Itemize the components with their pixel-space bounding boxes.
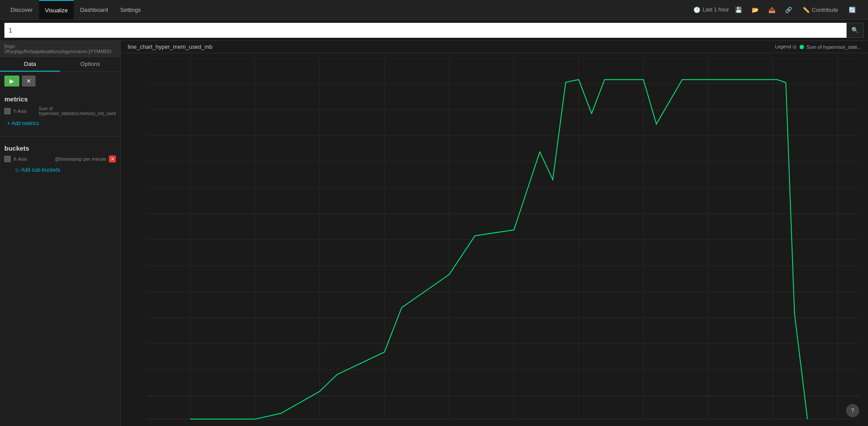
svg-text:02:10: 02:10 <box>310 423 329 423</box>
chart-container: 65,000 60,000 55,000 50,000 45,000 40,00… <box>121 53 868 426</box>
run-button[interactable]: ▶ <box>4 76 19 87</box>
top-navigation: Discover Visualize Dashboard Settings 🕐 … <box>0 0 868 20</box>
tab-options[interactable]: Options <box>60 57 120 72</box>
nav-right-area: 🕐 Last 1 hour 💾 📂 📤 🔗 ✏️ Contribute 🔄 <box>693 5 864 15</box>
metrics-title: metrics <box>4 95 116 103</box>
nav-visualize[interactable]: Visualize <box>39 0 74 19</box>
svg-text:02:43: 02:43 <box>737 423 757 423</box>
chart-title: line_chart_hyper_mem_used_mb <box>128 43 212 50</box>
y-axis-type-label: Y-Axis <box>13 108 36 114</box>
divider <box>0 136 120 137</box>
nav-dashboard[interactable]: Dashboard <box>74 0 114 19</box>
main-layout: [logz-zfhyqdgufhcbpgwbxabkzozbgymivaom-]… <box>0 41 868 426</box>
x-axis-color <box>4 156 11 162</box>
search-row: 1 🔍 <box>0 20 868 41</box>
y-axis-row: Y-Axis Sum of hypervisor_statistics.memo… <box>4 106 116 116</box>
open-button[interactable]: 📂 <box>748 5 762 15</box>
x-axis-type-label: X-Axis <box>13 156 27 162</box>
clock-icon: 🕐 <box>693 7 700 13</box>
chart-line <box>190 79 807 419</box>
time-range-label: Last 1 hour <box>703 7 729 13</box>
buckets-section: buckets X-Axis @timestamp per minute ✕ ▷… <box>0 140 120 179</box>
clear-button[interactable]: ✕ <box>22 76 36 87</box>
toolbar-row: ▶ ✕ <box>0 72 120 91</box>
legend-title: Legend ◎ <box>775 44 797 50</box>
chart-header: line_chart_hyper_mem_used_mb Legend ◎ Su… <box>121 41 868 53</box>
time-range-display[interactable]: 🕐 Last 1 hour <box>693 7 729 13</box>
nav-settings[interactable]: Settings <box>114 0 147 19</box>
svg-text:02:50: 02:50 <box>776 423 796 423</box>
x-axis-labels: 02:00 02:05 02:10 02:15 02:20 02:25 02:3… <box>180 423 847 423</box>
y-axis-color <box>4 108 11 114</box>
clear-icon: ✕ <box>26 78 31 84</box>
tab-data[interactable]: Data <box>0 57 60 72</box>
search-button[interactable]: 🔍 <box>846 23 864 38</box>
x-axis-row: X-Axis @timestamp per minute ✕ <box>4 155 116 162</box>
share-button[interactable]: 📤 <box>765 5 779 15</box>
svg-text:02:35: 02:35 <box>634 423 653 423</box>
svg-text:02:40: 02:40 <box>699 423 718 423</box>
chart-svg: 65,000 60,000 55,000 50,000 45,000 40,00… <box>147 58 859 423</box>
help-button[interactable]: ? <box>846 404 859 417</box>
svg-text:02:15: 02:15 <box>375 423 394 423</box>
search-icon: 🔍 <box>851 27 859 33</box>
run-icon: ▶ <box>10 78 14 84</box>
grid-lines <box>147 58 859 419</box>
link-button[interactable]: 🔗 <box>782 5 796 15</box>
legend-series-label: Sum of hypervisor_stati... <box>807 44 861 50</box>
save-button[interactable]: 💾 <box>732 5 746 15</box>
svg-text:02:20: 02:20 <box>439 423 459 423</box>
svg-text:02:30: 02:30 <box>569 423 588 423</box>
contribute-label: Contribute <box>812 7 838 13</box>
search-input[interactable]: 1 <box>4 23 846 38</box>
index-label: [logz-zfhyqdgufhcbpgwbxabkzozbgymivaom-]… <box>0 41 120 57</box>
x-axis-value-label: @timestamp per minute <box>30 156 106 162</box>
tabs-row: Data Options <box>0 57 120 72</box>
y-axis-value-label: Sum of hypervisor_statistics.memory_mb_u… <box>39 106 116 116</box>
add-sub-buckets-button[interactable]: ▷ Add sub-buckets <box>13 165 63 175</box>
svg-text:02:00: 02:00 <box>180 423 200 423</box>
nav-discover[interactable]: Discover <box>4 0 39 19</box>
chart-area: line_chart_hyper_mem_used_mb Legend ◎ Su… <box>121 41 868 426</box>
legend-dot <box>800 45 804 49</box>
refresh-button[interactable]: 🔄 <box>845 5 859 15</box>
svg-text:02:05: 02:05 <box>245 423 265 423</box>
legend-area: Legend ◎ Sum of hypervisor_stati... <box>775 44 861 50</box>
remove-bucket-button[interactable]: ✕ <box>109 155 116 162</box>
metrics-section: metrics Y-Axis Sum of hypervisor_statist… <box>0 91 120 133</box>
svg-text:02:25: 02:25 <box>504 423 524 423</box>
buckets-title: buckets <box>4 144 116 152</box>
edit-icon: ✏️ <box>803 7 810 13</box>
contribute-button[interactable]: ✏️ Contribute <box>798 5 843 15</box>
svg-text:02:55: 02:55 <box>828 423 847 423</box>
left-panel: [logz-zfhyqdgufhcbpgwbxabkzozbgymivaom-]… <box>0 41 121 426</box>
add-metrics-button[interactable]: + Add metrics <box>4 119 42 128</box>
